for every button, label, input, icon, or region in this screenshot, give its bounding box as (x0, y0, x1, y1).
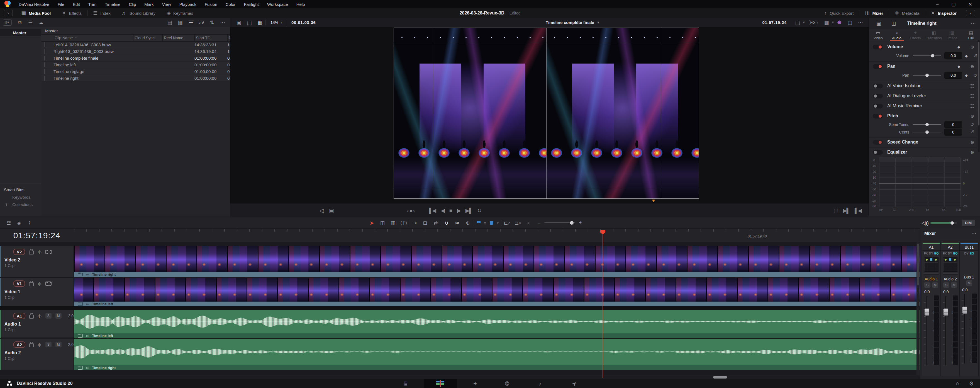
lock-icon[interactable] (29, 315, 34, 319)
fader[interactable]: 05 1015 2030 4050 (922, 295, 940, 367)
playhead[interactable] (603, 230, 603, 378)
zoom-in-icon[interactable]: + (575, 219, 585, 227)
quick-export-button[interactable]: ↑ Quick Export (819, 8, 859, 18)
cents-value[interactable]: 0 (944, 128, 962, 136)
settings-sliders-icon[interactable]: ☵ (967, 93, 977, 99)
eq-band-button[interactable] (879, 157, 895, 162)
track-badge[interactable]: V2 (13, 249, 25, 255)
page-edit[interactable] (424, 379, 457, 388)
solo-button[interactable]: S (45, 342, 51, 347)
menu-trim[interactable]: Trim (84, 0, 100, 8)
eq-band-button[interactable] (912, 157, 928, 162)
auto-select-icon[interactable]: ‹|› (38, 314, 41, 318)
keyframe-diamond-icon[interactable]: ◆ (955, 45, 963, 49)
cloud-sync-icon[interactable]: ☁ (36, 19, 46, 26)
track-badge[interactable]: A2 (13, 342, 25, 348)
fader[interactable]: 05 1015 2030 4050 (960, 293, 978, 365)
strip-name[interactable]: Audio 1 (922, 276, 940, 283)
pan-value[interactable]: 0.0 (944, 72, 962, 79)
timeline-clip-v1[interactable]: ∞ Timeline left (74, 278, 920, 307)
clip-row[interactable]: Timeline réglage 01:00:00:0002:25:1 (41, 68, 230, 75)
menu-help[interactable]: Help (292, 0, 309, 8)
full-extent-zoom-icon[interactable]: ⊏⌕ (502, 219, 512, 227)
metadata-view-icon[interactable]: ▤ (164, 19, 175, 26)
marker-button[interactable] (486, 219, 497, 227)
volume-toggle[interactable] (873, 45, 883, 49)
page-color[interactable]: ❂ (490, 379, 524, 388)
dual-viewer-icon[interactable]: ◫ (845, 19, 855, 26)
track-header-v1[interactable]: V1 ‹|› Video 1 1 Clip (0, 278, 74, 307)
clip-row-current-timeline[interactable]: Timeline complète finale 01:00:00:0002:2… (41, 55, 230, 62)
tab-image[interactable]: ▨Image (943, 29, 962, 41)
add-keyframe-icon[interactable]: ⊕ (967, 64, 977, 69)
column-reel-name[interactable]: Reel Name (162, 35, 194, 41)
zoom-out-icon[interactable]: – (534, 219, 544, 227)
smart-bin-collections[interactable]: ❯Collections (0, 201, 41, 208)
slider-handle[interactable] (925, 73, 929, 77)
go-to-end-button[interactable]: ▶▌ (466, 208, 472, 214)
timeline-vertical-scrollbar[interactable] (916, 242, 920, 375)
index-toggle[interactable]: ☰ Index (88, 8, 116, 18)
metadata-toggle[interactable]: ❖ Metadata (889, 8, 925, 18)
speed-change-toggle[interactable] (873, 140, 883, 145)
eq-band-button[interactable] (945, 157, 961, 162)
menu-workspace[interactable]: Workspace (263, 0, 292, 8)
dim-button[interactable]: DIM (962, 220, 975, 226)
menu-edit[interactable]: Edit (68, 0, 84, 8)
menu-color[interactable]: Color (221, 0, 240, 8)
fader-handle[interactable] (963, 307, 967, 314)
fader[interactable]: 05 1015 2030 4050 (941, 295, 959, 367)
keyframe-diamond-icon[interactable]: ◆ (962, 54, 970, 58)
monitor-volume-slider[interactable] (931, 222, 957, 224)
menu-file[interactable]: File (54, 0, 68, 8)
add-keyframe-icon[interactable]: ⊕ (967, 44, 977, 49)
detail-zoom-icon[interactable]: ⊐⌕ (512, 219, 523, 227)
volume-value[interactable]: 0.0 (944, 52, 962, 59)
mixer-options-icon[interactable]: ⋯ (971, 231, 976, 236)
reset-icon[interactable]: ↺ (967, 129, 977, 135)
mark-in-icon[interactable]: ▶▌ (843, 208, 850, 214)
mute-button[interactable]: M (932, 283, 938, 287)
menu-mark[interactable]: Mark (140, 0, 158, 8)
strip-name[interactable]: Bus 1 (960, 274, 978, 280)
eq-button[interactable]: EQ (934, 252, 939, 255)
dynamic-trim-tool[interactable]: ⟨ᛏ⟩ (398, 219, 409, 227)
settings-sliders-icon[interactable]: ☵ (967, 83, 977, 89)
mute-button[interactable]: M (951, 283, 957, 287)
auto-select-icon[interactable]: ‹|› (38, 281, 41, 286)
play-button[interactable]: ▶ (457, 208, 460, 214)
clip-row[interactable]: Timeline left 01:00:00:0002:25:0 (41, 62, 230, 68)
eq-button[interactable]: EQ (970, 252, 974, 255)
timeline-zoom-slider[interactable] (544, 222, 575, 223)
auto-select-icon[interactable]: ‹|› (38, 249, 41, 254)
keyframes-toggle[interactable]: ◈ Keyframes (161, 8, 199, 18)
mixer-strip-a2[interactable]: A2 FX DY EQ Audio 2 S M 0.0 05 1015 2030 (941, 242, 960, 376)
column-cloud-sync[interactable]: Cloud Sync (133, 35, 162, 41)
equalizer-toggle[interactable] (873, 150, 883, 155)
menu-clip[interactable]: Clip (124, 0, 140, 8)
media-pool-options-icon[interactable]: ⋯ (217, 19, 228, 26)
stop-button[interactable]: ■ (449, 208, 452, 214)
column-start-tc[interactable]: Start TC (194, 35, 228, 41)
solo-button[interactable]: S (45, 313, 51, 319)
ai-voice-isolation-toggle[interactable] (873, 84, 883, 88)
menu-view[interactable]: View (158, 0, 175, 8)
track-badge[interactable]: A1 (13, 313, 25, 319)
tab-effects[interactable]: ✦Effects (906, 29, 924, 41)
track-header-a1[interactable]: A1 ‹|› S M 2.0 Audio 1 1 Clip (0, 310, 74, 338)
lock-icon[interactable] (29, 251, 34, 254)
menu-playback[interactable]: Playback (175, 0, 200, 8)
jog-control[interactable]: ‹●› (407, 208, 415, 214)
timeline-clip-a1[interactable]: ∞ Timeline left (74, 310, 920, 338)
pan-slider[interactable] (913, 75, 941, 75)
close-icon[interactable]: ✕ (969, 2, 972, 7)
volume-slider[interactable] (913, 56, 941, 56)
semi-tones-slider[interactable] (913, 124, 941, 125)
strip-name[interactable]: Audio 2 (941, 276, 959, 283)
scopes-icon[interactable]: ▨ (821, 19, 832, 26)
split-inspector-icon[interactable]: ◫ (888, 20, 899, 27)
chevron-down-icon[interactable]: ∨ (497, 221, 499, 224)
solo-button[interactable]: S (943, 283, 949, 287)
timeline-view-icon[interactable]: ▦ (255, 19, 265, 26)
clip-row[interactable]: Right013_03261436_C003.braw 14:36:19:041… (41, 48, 230, 55)
